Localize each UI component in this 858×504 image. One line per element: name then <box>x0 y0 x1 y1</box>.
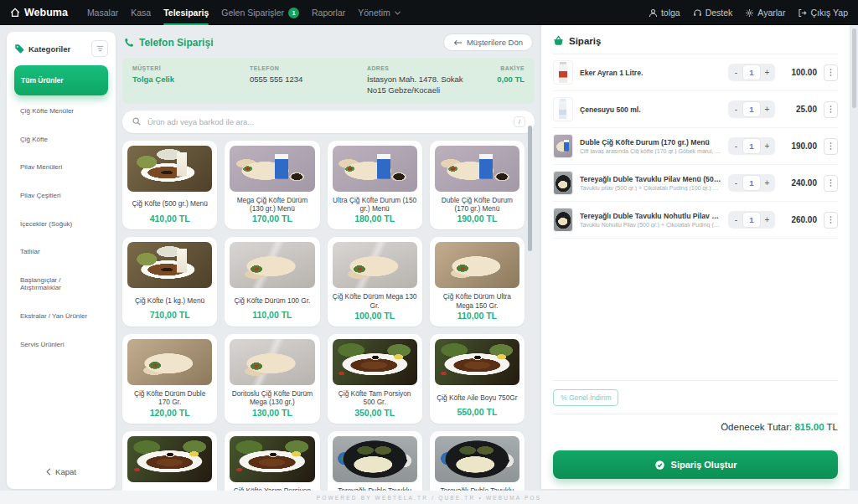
quantity-stepper[interactable]: - 1 + <box>728 137 775 155</box>
nav-destek[interactable]: Destek <box>693 0 733 25</box>
item-options-button[interactable] <box>824 64 838 81</box>
quantity-stepper[interactable]: - 1 + <box>728 211 775 229</box>
footer: POWERED BY WEBTELA.TR / QUBE.TR • WEBUMA… <box>0 491 858 504</box>
decrease-quantity-button[interactable]: - <box>730 213 742 227</box>
page-scrollbar[interactable] <box>852 28 856 108</box>
quantity-value[interactable]: 1 <box>743 139 760 153</box>
order-item-image <box>553 208 573 232</box>
order-item-name: Tereyağlı Duble Tavuklu Nohutlu Pilav Me… <box>580 212 721 220</box>
increase-quantity-button[interactable]: + <box>761 213 773 227</box>
quantity-stepper[interactable]: - 1 + <box>728 100 775 118</box>
item-options-button[interactable] <box>824 212 838 229</box>
quantity-stepper[interactable]: - 1 + <box>728 174 775 192</box>
increase-quantity-button[interactable]: + <box>761 176 773 190</box>
product-image <box>127 436 212 482</box>
category-item-cig-kofte-menuler[interactable]: Çiğ Köfte Menüler <box>14 97 108 126</box>
decrease-quantity-button[interactable]: - <box>730 139 742 153</box>
category-item-cig-kofte[interactable]: Çiğ Köfte <box>14 126 108 154</box>
nav-label: Yönetim <box>358 8 390 18</box>
category-item-servis-urunleri[interactable]: Servis Ürünleri <box>14 331 108 359</box>
nav-gelen-siparisler[interactable]: Gelen Siparişler 1 <box>221 0 299 25</box>
order-item-price: 240.00 <box>782 178 817 188</box>
category-item-pilav-cesitleri[interactable]: Pilav Çeşitleri <box>14 182 108 210</box>
category-item-icecekler[interactable]: İçecekler (Soğuk) <box>14 210 108 239</box>
order-item-name: Çenesuyu 500 ml. <box>580 105 721 114</box>
search-input[interactable] <box>147 117 508 126</box>
nav-telesiparis[interactable]: Telesipariş <box>163 0 209 25</box>
product-card[interactable]: Çiğ Köfte Dürüm Mega 130 Gr. 100,00 TL <box>328 237 422 327</box>
increase-quantity-button[interactable]: + <box>761 102 773 116</box>
discount-row: % Genel İndirim <box>553 380 838 406</box>
product-card[interactable]: Çiğ Köfte (500 gr.) Menü 410,00 TL <box>122 141 217 230</box>
product-grid-scrollbar[interactable] <box>528 126 532 251</box>
category-item-baslangiclar[interactable]: Başlangıçlar / Atıştırmalıklar <box>14 266 108 302</box>
customer-info-panel: MÜŞTERİ Tolga Çelik TELEFON 0555 555 123… <box>122 58 535 104</box>
product-card[interactable]: Mega Çiğ Köfte Dürüm (130 gr.) Menü 170,… <box>225 141 319 230</box>
brand-logo[interactable]: Webuma <box>10 7 68 18</box>
increase-quantity-button[interactable]: + <box>761 139 773 153</box>
order-item: Duble Çiğ Köfte Durum (170 gr.) Menü Çif… <box>553 128 838 165</box>
user-icon <box>649 8 658 18</box>
item-options-button[interactable] <box>824 138 838 155</box>
quantity-value[interactable]: 1 <box>743 102 760 116</box>
category-filter-button[interactable] <box>91 40 108 57</box>
product-card[interactable]: Çiğ Köfte Dürüm Duble 170 Gr. 120,00 TL <box>122 334 217 424</box>
increase-quantity-button[interactable]: + <box>761 65 773 80</box>
product-name: Çiğ Köfte Dürüm Ultra Mega 150 Gr. <box>435 292 519 310</box>
product-name: Çiğ Köfte (500 gr.) Menü <box>127 196 212 213</box>
general-discount-button[interactable]: % Genel İndirim <box>553 389 618 406</box>
product-card[interactable]: Çiğ Köfte (1 kg.) Menü 710,00 TL <box>122 237 217 327</box>
quantity-value[interactable]: 1 <box>743 176 760 190</box>
check-circle-icon <box>654 460 665 471</box>
product-image <box>230 436 314 482</box>
quantity-value[interactable]: 1 <box>743 65 760 80</box>
product-card[interactable]: Doritoslu Çiğ Köfte Dürüm Mega (130 gr.)… <box>225 334 319 424</box>
sidebar-close-button[interactable]: Kapat <box>14 460 108 484</box>
create-order-button[interactable]: Sipariş Oluştur <box>553 450 838 479</box>
product-card[interactable]: Çiğ Köfte Dürüm 100 Gr. 110,00 TL <box>225 237 319 327</box>
product-grid: Çiğ Köfte (500 gr.) Menü 410,00 TL Mega … <box>122 141 535 504</box>
product-card[interactable]: Ultra Çiğ Köfte Durum (150 gr.) Menü 180… <box>328 141 422 230</box>
order-item-description: Çift lavaş arasında Çiğ köfte (170 gr.) … <box>580 148 721 154</box>
nav-yonetim[interactable]: Yönetim <box>358 0 401 25</box>
item-options-button[interactable] <box>824 175 838 192</box>
nav-kasa[interactable]: Kasa <box>131 0 151 25</box>
product-card[interactable]: Çiğ Köfte Dürüm Ultra Mega 150 Gr. 110,0… <box>430 237 525 327</box>
nav-label: Masalar <box>87 8 118 18</box>
footer-text: POWERED BY WEBTELA.TR / QUBE.TR • WEBUMA… <box>317 495 542 501</box>
quantity-value[interactable]: 1 <box>743 213 760 227</box>
category-item-pilav-menuleri[interactable]: Pilav Menüleri <box>14 153 108 182</box>
customer-name[interactable]: Tolga Çelik <box>132 75 240 85</box>
search-icon <box>132 116 142 126</box>
item-options-button[interactable] <box>824 101 838 118</box>
category-item-tum-urunler[interactable]: Tüm Ürünler <box>14 65 108 95</box>
home-icon <box>10 8 20 18</box>
order-item-info: Tereyağlı Duble Tavuklu Pilav Menü (500 … <box>580 175 721 192</box>
quantity-stepper[interactable]: - 1 + <box>728 64 775 81</box>
product-name: Çiğ Köfte (1 kg.) Menü <box>127 292 212 309</box>
decrease-quantity-button[interactable]: - <box>730 102 742 116</box>
decrease-quantity-button[interactable]: - <box>730 65 742 80</box>
back-to-customers-button[interactable]: Müşterilere Dön <box>443 33 533 51</box>
product-card[interactable]: Duble Çiğ Köfte Durum (170 gr.) Menü 190… <box>430 141 525 230</box>
nav-ayarlar[interactable]: Ayarlar <box>745 0 785 25</box>
nav-raporlar[interactable]: Raporlar <box>312 0 345 25</box>
nav-cikis[interactable]: Çıkış Yap <box>798 0 848 25</box>
order-item-info: Tereyağlı Duble Tavuklu Nohutlu Pilav Me… <box>580 212 721 229</box>
nav-masalar[interactable]: Masalar <box>87 0 118 25</box>
category-item-ekstralar[interactable]: Ekstralar / Yan Ürünler <box>14 302 108 331</box>
decrease-quantity-button[interactable]: - <box>730 176 742 190</box>
nav-label: Raporlar <box>312 8 345 18</box>
category-item-tatlilar[interactable]: Tatlılar <box>14 238 108 266</box>
product-name: Çiğ Köfte Dürüm Mega 130 Gr. <box>333 292 417 310</box>
nav-label: Kasa <box>131 8 151 18</box>
product-name: Doritoslu Çiğ Köfte Dürüm Mega (130 gr.) <box>230 389 314 407</box>
top-navbar: Webuma Masalar Kasa Telesipariş Gelen Si… <box>0 0 858 25</box>
categories-sidebar: Kategoriler Tüm Ürünler Çiğ Köfte Menüle… <box>7 32 116 489</box>
nav-user[interactable]: tolga <box>649 0 680 25</box>
product-card[interactable]: Çiğ Köfte Tam Porsiyon 500 Gr. 350,00 TL <box>328 334 422 424</box>
customer-balance: 0,00 TL <box>493 75 525 85</box>
customer-address-column: ADRES İstasyon Mah. 1478. Sokak No15 Geb… <box>367 65 483 96</box>
order-item-name: Duble Çiğ Köfte Durum (170 gr.) Menü <box>580 138 721 147</box>
product-card[interactable]: Çiğ Köfte Aile Boyu 750Gr 550,00 TL <box>430 334 525 424</box>
